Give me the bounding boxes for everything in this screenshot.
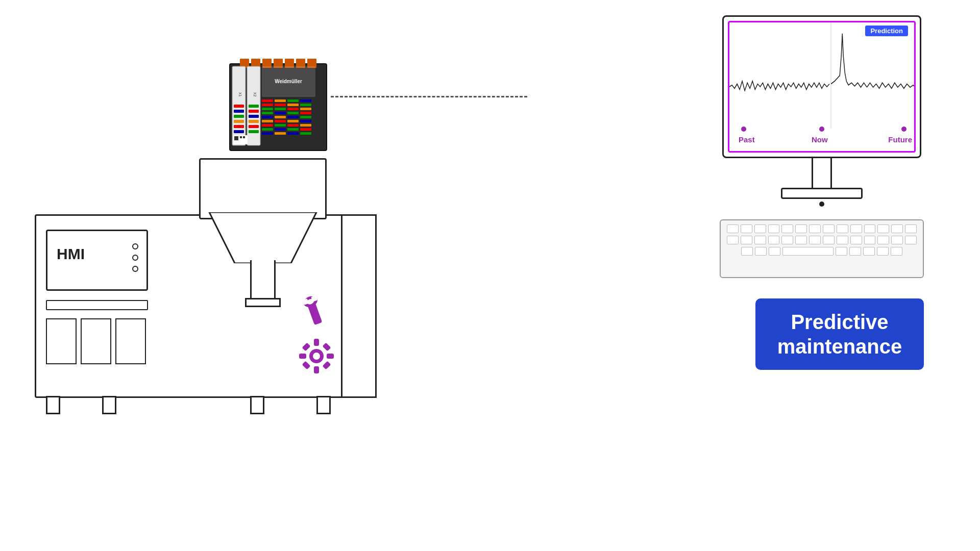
svg-rect-54 [287,124,299,127]
svg-rect-34 [262,116,273,118]
svg-rect-61 [300,116,311,118]
key[interactable] [768,224,780,233]
leg-3 [250,396,264,414]
key[interactable] [850,236,862,244]
svg-rect-52 [287,116,299,118]
now-dot [819,127,824,132]
key[interactable] [741,224,752,233]
key[interactable] [877,224,889,233]
key[interactable] [850,224,862,233]
svg-rect-53 [287,120,299,122]
key[interactable] [823,236,835,244]
key[interactable] [809,236,821,244]
past-label: Past [739,135,755,144]
monitor-stand-base [781,188,863,199]
hopper-top [199,158,327,219]
svg-rect-42 [275,112,286,114]
svg-rect-50 [287,108,299,110]
svg-rect-13 [234,120,244,123]
svg-rect-29 [243,136,245,138]
key[interactable] [877,247,889,256]
key[interactable] [727,236,739,244]
svg-rect-44 [275,120,286,122]
key[interactable] [891,247,902,256]
svg-rect-32 [262,108,273,110]
key[interactable] [905,236,917,244]
svg-rect-65 [300,132,311,135]
svg-text:Weidmüller: Weidmüller [275,79,302,84]
svg-rect-36 [262,124,273,127]
key[interactable] [809,224,821,233]
key[interactable] [741,236,752,244]
svg-rect-10 [234,105,244,108]
svg-rect-55 [287,128,299,131]
shaft-cap [245,298,281,307]
svg-text:X2: X2 [253,92,257,97]
svg-rect-57 [300,99,311,102]
svg-rect-45 [275,124,286,127]
dashed-line-horizontal [331,96,527,97]
past-dot [741,127,746,132]
now-label: Now [812,135,828,144]
predictive-maintenance-button[interactable]: Predictive maintenance [755,298,924,370]
svg-rect-40 [275,104,286,106]
key[interactable] [877,236,889,244]
svg-rect-37 [262,128,273,131]
hmi-panel: HMI [46,230,148,291]
shaft-vertical [250,260,276,301]
keyboard [720,219,924,278]
key[interactable] [864,236,876,244]
svg-rect-41 [275,108,286,110]
key[interactable] [754,224,766,233]
key[interactable] [863,247,875,256]
key[interactable] [891,236,903,244]
spacebar-key[interactable] [782,247,834,256]
svg-marker-66 [209,212,316,263]
key[interactable] [864,224,876,233]
key[interactable] [823,224,835,233]
svg-rect-63 [300,124,311,127]
controller-module: X1 X2 Weidmüller [214,48,332,163]
machine-panel-center [81,318,111,364]
key[interactable] [769,247,780,256]
future-label: Future [888,135,912,144]
svg-rect-12 [234,115,244,118]
svg-rect-60 [300,112,311,114]
key[interactable] [781,236,793,244]
svg-rect-77 [327,354,334,359]
svg-rect-49 [287,104,299,106]
key[interactable] [837,224,848,233]
svg-rect-80 [302,361,311,370]
svg-rect-39 [275,99,286,102]
key[interactable] [727,224,739,233]
key[interactable] [837,236,848,244]
svg-rect-19 [249,110,259,113]
svg-rect-31 [262,104,273,106]
key[interactable] [891,224,903,233]
key[interactable] [755,247,767,256]
svg-rect-79 [323,343,331,352]
svg-rect-14 [234,125,244,128]
leg-2 [102,396,116,414]
key[interactable] [754,236,766,244]
svg-rect-46 [275,128,286,131]
svg-rect-48 [287,99,299,102]
key[interactable] [849,247,861,256]
svg-rect-51 [287,112,299,114]
key[interactable] [905,224,917,233]
key[interactable] [795,224,807,233]
svg-rect-38 [262,132,273,135]
key[interactable] [836,247,847,256]
key[interactable] [768,236,780,244]
keyboard-row-1 [727,224,917,233]
svg-rect-43 [275,116,286,118]
key[interactable] [795,236,807,244]
key[interactable] [781,224,793,233]
svg-rect-64 [300,128,311,131]
svg-point-73 [313,353,320,360]
monitor-stand-neck [812,158,832,188]
hmi-label: HMI [57,245,85,263]
machine-slot [46,300,148,310]
key[interactable] [741,247,753,256]
machine-panel-right [115,318,146,364]
